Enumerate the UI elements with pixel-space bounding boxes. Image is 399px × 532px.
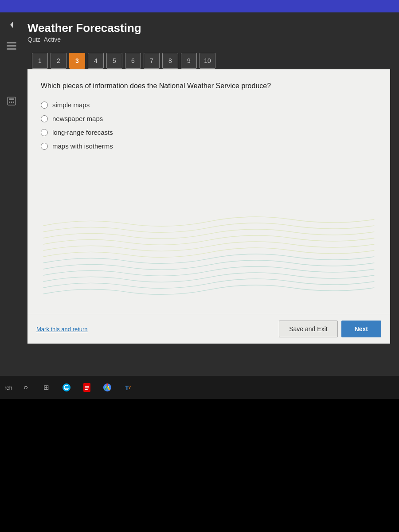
answer-label-3: long-range forecasts (52, 129, 113, 136)
svg-rect-12 (85, 389, 88, 390)
sidebar-back-icon[interactable] (4, 17, 20, 33)
mark-return-button[interactable]: Mark this and return (36, 326, 88, 332)
sidebar-calculator-icon[interactable] (4, 93, 20, 109)
question-tabs: 1 2 3 4 5 6 7 8 9 10 (27, 49, 390, 69)
answer-option-1[interactable]: simple maps (41, 101, 377, 109)
quiz-title: Weather Forecasting (27, 21, 390, 35)
tab-1[interactable]: 1 (32, 53, 48, 69)
svg-marker-0 (10, 22, 13, 28)
radio-option-3[interactable] (41, 129, 48, 136)
quiz-status: Active (44, 36, 61, 43)
taskbar-search-text: rch (4, 384, 12, 391)
card-footer: Mark this and return Save and Exit Next (27, 314, 390, 344)
radio-option-1[interactable] (41, 102, 48, 109)
answer-label-4: maps with isotherms (52, 142, 113, 150)
svg-rect-3 (7, 48, 16, 50)
save-exit-button[interactable]: Save and Exit (279, 321, 337, 337)
svg-rect-8 (13, 102, 14, 103)
taskbar: rch ○ ⊞ T7 (0, 376, 399, 399)
radio-option-2[interactable] (41, 115, 48, 122)
black-area (0, 399, 399, 532)
svg-rect-2 (7, 45, 16, 47)
svg-rect-4 (8, 97, 16, 105)
tab-9[interactable]: 9 (181, 53, 197, 69)
taskbar-chrome-icon[interactable] (100, 380, 114, 395)
tab-6[interactable]: 6 (125, 53, 141, 69)
tab-10[interactable]: 10 (200, 53, 215, 69)
tab-5[interactable]: 5 (106, 53, 122, 69)
next-button[interactable]: Next (341, 321, 381, 337)
quiz-subtitle: Quiz Active (27, 36, 390, 43)
footer-buttons: Save and Exit Next (279, 321, 381, 337)
radio-option-4[interactable] (41, 143, 48, 150)
answer-label-1: simple maps (52, 101, 90, 109)
answer-option-2[interactable]: newspaper maps (41, 115, 377, 122)
svg-rect-7 (11, 102, 12, 103)
sidebar (0, 12, 23, 376)
answer-option-4[interactable]: maps with isotherms (41, 142, 377, 150)
sidebar-menu-icon[interactable] (4, 38, 20, 54)
top-bar (0, 0, 399, 12)
svg-rect-11 (85, 387, 89, 388)
tab-7[interactable]: 7 (144, 53, 160, 69)
windows-search-icon[interactable]: ○ (19, 380, 33, 395)
wave-decoration: .wave { fill: none; stroke-width: 1.5; } (27, 188, 390, 313)
tab-2[interactable]: 2 (51, 53, 66, 69)
app-container: Weather Forecasting Quiz Active 1 2 3 4 … (0, 12, 399, 376)
svg-rect-6 (9, 102, 10, 103)
question-card: Which pieces of information does the Nat… (27, 69, 390, 344)
svg-rect-5 (9, 98, 14, 100)
answer-label-2: newspaper maps (52, 115, 103, 122)
tab-8[interactable]: 8 (162, 53, 178, 69)
tab-3[interactable]: 3 (69, 53, 85, 69)
svg-rect-1 (7, 42, 16, 43)
quiz-area: Weather Forecasting Quiz Active 1 2 3 4 … (23, 12, 399, 376)
taskbar-edge-icon[interactable] (59, 380, 74, 395)
question-text: Which pieces of information does the Nat… (41, 81, 377, 91)
taskbar-file-icon[interactable] (80, 380, 94, 395)
answer-option-3[interactable]: long-range forecasts (41, 129, 377, 136)
taskbar-widget-icon[interactable]: ⊞ (39, 380, 53, 395)
taskbar-typing-icon[interactable]: T7 (121, 380, 135, 395)
svg-rect-10 (85, 386, 89, 387)
quiz-label: Quiz (27, 36, 40, 43)
tab-4[interactable]: 4 (88, 53, 104, 69)
